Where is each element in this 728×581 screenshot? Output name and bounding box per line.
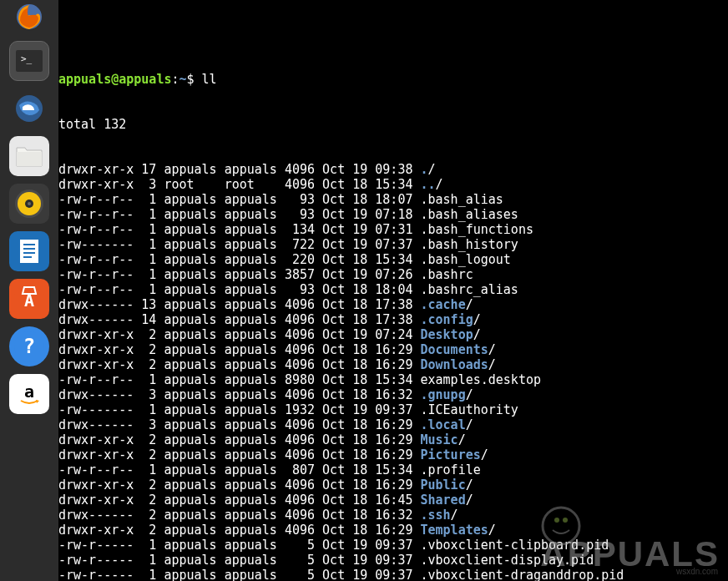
prompt-host: appuals — [119, 72, 171, 87]
listing-row: -rw-r--r-- 1 appuals appuals 220 Oct 18 … — [58, 252, 728, 267]
svg-text:a: a — [24, 381, 34, 402]
amazon-icon[interactable]: a — [9, 374, 49, 414]
svg-rect-10 — [20, 240, 38, 263]
launcher-dock: >_ A ? a — [0, 0, 58, 581]
prompt-symbol: $ — [187, 72, 195, 87]
listing-row: -rw-r--r-- 1 appuals appuals 8980 Oct 18… — [58, 372, 728, 387]
listing-row: -rw------- 1 appuals appuals 722 Oct 19 … — [58, 237, 728, 252]
terminal-icon[interactable]: >_ — [9, 41, 49, 81]
listing-row: drwx------ 14 appuals appuals 4096 Oct 1… — [58, 312, 728, 327]
listing-row: drwxr-xr-x 3 root root 4096 Oct 18 15:34… — [58, 177, 728, 192]
prompt-path: ~ — [179, 72, 187, 87]
help-icon[interactable]: ? — [9, 326, 49, 366]
listing-row: -rw-r--r-- 1 appuals appuals 93 Oct 19 0… — [58, 207, 728, 222]
prompt-at: @ — [111, 72, 119, 87]
svg-point-22 — [554, 518, 559, 523]
listing-row: drwxr-xr-x 2 appuals appuals 4096 Oct 19… — [58, 327, 728, 342]
listing-row: drwxr-xr-x 2 appuals appuals 4096 Oct 18… — [58, 342, 728, 357]
command-text: ll — [195, 72, 217, 87]
svg-text:A: A — [24, 290, 34, 311]
listing-row: drwxr-xr-x 17 appuals appuals 4096 Oct 1… — [58, 162, 728, 177]
svg-point-8 — [28, 202, 31, 205]
libreoffice-writer-icon[interactable] — [9, 231, 49, 271]
svg-text:>_: >_ — [21, 53, 33, 64]
listing-row: drwxr-xr-x 2 appuals appuals 4096 Oct 18… — [58, 357, 728, 372]
firefox-icon[interactable] — [9, 0, 49, 33]
listing-row: -rw-r--r-- 1 appuals appuals 93 Oct 18 1… — [58, 192, 728, 207]
total-line: total 132 — [58, 117, 728, 132]
watermark-logo: APPUALS — [540, 475, 720, 577]
terminal-window[interactable]: appuals@appuals:~$ ll total 132 drwxr-xr… — [58, 0, 728, 581]
rhythmbox-icon[interactable] — [9, 184, 49, 224]
listing-row: drwxr-xr-x 2 appuals appuals 4096 Oct 18… — [58, 432, 728, 447]
terminal-header — [58, 30, 728, 42]
prompt-colon: : — [171, 72, 179, 87]
svg-text:?: ? — [23, 335, 35, 358]
thunderbird-icon[interactable] — [9, 88, 49, 129]
svg-point-21 — [543, 508, 579, 544]
svg-point-23 — [563, 518, 568, 523]
listing-row: drwx------ 3 appuals appuals 4096 Oct 18… — [58, 387, 728, 402]
listing-row: -rw-r--r-- 1 appuals appuals 3857 Oct 19… — [58, 267, 728, 282]
ubuntu-software-icon[interactable]: A — [9, 279, 49, 319]
prompt-line-1: appuals@appuals:~$ ll — [58, 72, 728, 87]
listing-row: -rw-r--r-- 1 appuals appuals 93 Oct 18 1… — [58, 282, 728, 297]
svg-rect-4 — [17, 152, 42, 166]
listing-row: -rw------- 1 appuals appuals 1932 Oct 19… — [58, 402, 728, 417]
listing-row: -rw-r--r-- 1 appuals appuals 134 Oct 19 … — [58, 222, 728, 237]
listing-row: drwxr-xr-x 2 appuals appuals 4096 Oct 18… — [58, 447, 728, 462]
sub-watermark: wsxdn.com — [676, 564, 718, 579]
prompt-user: appuals — [58, 72, 111, 87]
listing-row: drwx------ 3 appuals appuals 4096 Oct 18… — [58, 417, 728, 432]
files-icon[interactable] — [9, 136, 49, 176]
listing-row: drwx------ 13 appuals appuals 4096 Oct 1… — [58, 297, 728, 312]
